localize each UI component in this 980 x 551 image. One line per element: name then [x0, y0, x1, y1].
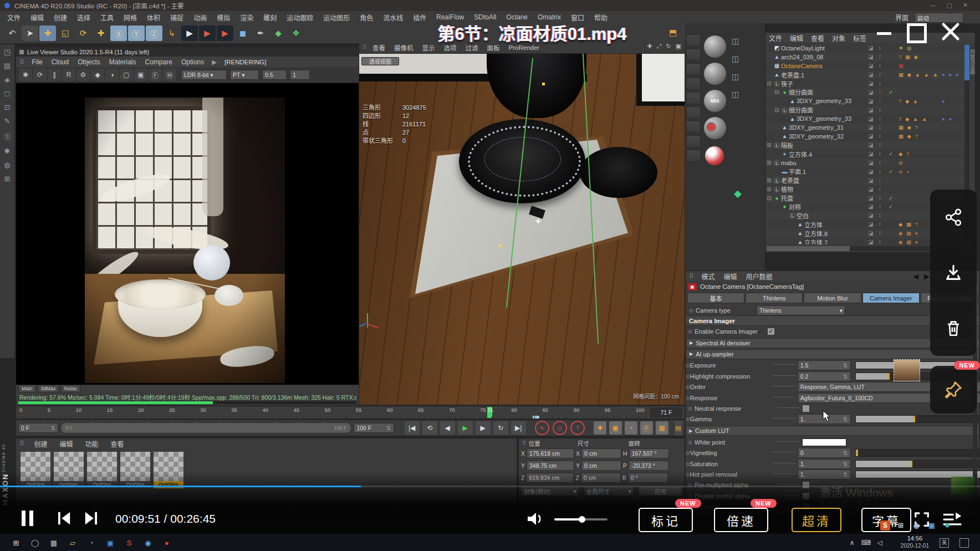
visibility-dots[interactable]: ∶	[879, 45, 881, 51]
object-name[interactable]: 筷子	[781, 79, 793, 88]
object-name[interactable]: 老茶盘	[781, 176, 799, 185]
tree-row[interactable]: ● 立方体.4 ◪ ∶ ✓ ◆ ?	[765, 150, 968, 159]
object-name[interactable]: 植物	[781, 185, 793, 193]
om-menu-item[interactable]: 对象	[832, 33, 845, 43]
dock-button[interactable]	[686, 92, 701, 104]
transport-button[interactable]: ▶	[476, 421, 491, 435]
expand-toggle-icon[interactable]: ⊞	[765, 177, 773, 183]
record-button[interactable]: ◷	[553, 421, 567, 435]
taskbar-clock[interactable]: 14:56 2020-12-01	[901, 535, 929, 549]
object-name[interactable]: 空白	[797, 211, 809, 220]
toolbar-icon[interactable]: ▶	[199, 25, 216, 41]
visibility-dots[interactable]: ∶	[879, 98, 881, 104]
history-forward-icon[interactable]: ▶	[924, 272, 930, 280]
trash-icon[interactable]	[930, 319, 977, 338]
tool-icon[interactable]: ◻	[4, 89, 11, 98]
object-tags[interactable]: ◆ ▦ ?	[899, 221, 919, 227]
object-tags[interactable]: ◆ ●	[899, 169, 911, 175]
menu-item[interactable]: 角色	[355, 13, 378, 22]
visibility-dots[interactable]: ∶	[879, 239, 881, 244]
param-row[interactable]: Custom LUT ⇅	[686, 426, 979, 436]
object-tags[interactable]: ? ◆ ▲ ▲	[899, 116, 928, 122]
object-tags[interactable]: ◆ ▦ ●	[899, 239, 919, 244]
tree-row[interactable]: ▲ 3DXY_geometry_32 ◪ ∶ ▦ ◆ ?	[765, 132, 968, 141]
taskbar-app-icon[interactable]: ◉	[139, 534, 157, 551]
previous-button[interactable]	[55, 510, 72, 527]
tree-row[interactable]: ▲ 老茶盘.1 ◪ ∶ ▦ ◆ ▲ ▲ ▲ ● ● ●	[765, 70, 968, 79]
volume-slider[interactable]	[554, 518, 608, 521]
lv-menu-item[interactable]: Options	[181, 58, 204, 66]
layer-toggle-icon[interactable]: ◪	[868, 230, 873, 236]
object-tags[interactable]: ? ▦ ◆	[899, 54, 919, 60]
object-name[interactable]: 隔板	[781, 141, 793, 150]
menu-item[interactable]: 编辑	[25, 13, 49, 22]
toolbar-icon[interactable]: ⟳	[75, 25, 91, 41]
tray-icon[interactable]: ∧	[850, 539, 855, 547]
pos-y-field[interactable]: 348.75 cm	[527, 461, 574, 471]
layer-toggle-icon[interactable]: ◪	[868, 54, 873, 60]
param-value-field[interactable]: 1.5⇅	[798, 360, 851, 370]
visibility-dots[interactable]: ∶	[879, 160, 881, 166]
taskbar-app-icon[interactable]: S	[120, 534, 139, 551]
expand-toggle-icon[interactable]: ⊞	[765, 160, 773, 166]
om-menu-item[interactable]: 编辑	[790, 33, 803, 43]
object-tags[interactable]: ▦ ◆ ?	[899, 133, 919, 139]
toolbar-icon[interactable]: Ⓨ	[128, 25, 145, 41]
download-icon[interactable]	[930, 263, 977, 282]
rot-p-field[interactable]: -20.373 °	[629, 461, 668, 471]
expand-toggle-icon[interactable]: ⊟	[765, 80, 773, 86]
live-viewer-titlebar[interactable]: Live Viewer Studio 2020.1.5-R4 (11 days …	[16, 47, 359, 57]
camera-type-select[interactable]: Thinlens▾	[757, 305, 845, 315]
object-tags[interactable]: ⊘	[899, 160, 904, 166]
object-tags[interactable]: ▣	[899, 63, 905, 69]
size-y-field[interactable]: 0 cm	[581, 461, 621, 471]
menu-item[interactable]: 选择	[72, 13, 95, 22]
lv-toolbar-icon[interactable]: ◑	[105, 69, 119, 81]
object-name[interactable]: 3DXY_geometry_33	[797, 115, 851, 122]
materials-menu-item[interactable]: 创建	[34, 439, 47, 448]
dock-cube-icon[interactable]: ◫	[732, 37, 739, 45]
enabled-check[interactable]: ✓	[889, 151, 893, 157]
tree-row[interactable]: ▲ arch24_039_08 ◪ ∶ ? ▦ ◆	[765, 53, 968, 62]
visibility-dots[interactable]: ∶	[879, 230, 881, 236]
toolbar-icon[interactable]: Ⓧ	[110, 25, 127, 41]
tree-row[interactable]: ▲ 3DXY_geometry_31 ◪ ∶ ▦ ◆ ?	[765, 123, 968, 132]
param-value-field[interactable]: 1.⇅	[798, 459, 851, 469]
tree-row[interactable]: ▲ 3DXY_geometry_33 ◪ ∶ ? ◆ ▲ ●	[765, 96, 968, 105]
object-name[interactable]: 细分曲面	[789, 88, 813, 96]
layer-toggle-icon[interactable]: ◪	[868, 151, 873, 157]
menu-item[interactable]: 捕捉	[165, 13, 188, 22]
dock-material-sphere[interactable]	[704, 63, 726, 85]
size-x-field[interactable]: 0 cm	[581, 448, 621, 458]
pause-button[interactable]	[21, 510, 34, 527]
param-value-field[interactable]: 0.2⇅	[798, 371, 851, 381]
rot-h-field[interactable]: 167.507 °	[629, 448, 669, 458]
menu-item[interactable]: 运动跟踪	[282, 13, 318, 22]
texture-thumbnail[interactable]	[894, 359, 920, 381]
object-name[interactable]: OctaneDayLight	[781, 45, 825, 52]
window-controls-faint[interactable]: — ▢ ✕	[930, 2, 972, 9]
transport-button[interactable]: ◀	[440, 421, 455, 435]
menu-item[interactable]: 运动图形	[318, 13, 355, 22]
keyframe-button[interactable]: Ⓟ	[640, 421, 653, 435]
layer-toggle-icon[interactable]: ◪	[868, 116, 873, 122]
maximize-icon[interactable]	[907, 23, 927, 43]
object-tags-secondary[interactable]: ● ● ●	[942, 72, 960, 78]
materials-menu-item[interactable]: 功能	[85, 439, 98, 448]
layer-toggle-icon[interactable]: ◪	[868, 169, 873, 175]
layer-toggle-icon[interactable]: ◪	[868, 98, 873, 104]
lv-field-1[interactable]: 0.5	[262, 70, 287, 80]
object-name[interactable]: mabu	[781, 160, 797, 166]
tree-row[interactable]: ⊞ Ⓛ mabu ◪ ∶ ⊘	[765, 159, 968, 167]
dock-diamond-icon[interactable]: ◆	[734, 187, 742, 200]
dock-redwhite-sphere[interactable]	[705, 146, 724, 165]
object-name[interactable]: 立方体.8	[804, 229, 828, 238]
materials-menu-item[interactable]: 查看	[110, 439, 124, 448]
am-menu-item[interactable]: 模式	[701, 272, 714, 281]
toolbar-icon[interactable]: ▶	[181, 25, 198, 41]
transport-button[interactable]: ↻	[493, 421, 508, 435]
enabled-check[interactable]: ✓	[889, 89, 893, 95]
close-icon[interactable]	[940, 21, 961, 42]
lv-toolbar-icon[interactable]: ✱	[19, 69, 32, 81]
layer-toggle-icon[interactable]: ◪	[868, 133, 873, 139]
